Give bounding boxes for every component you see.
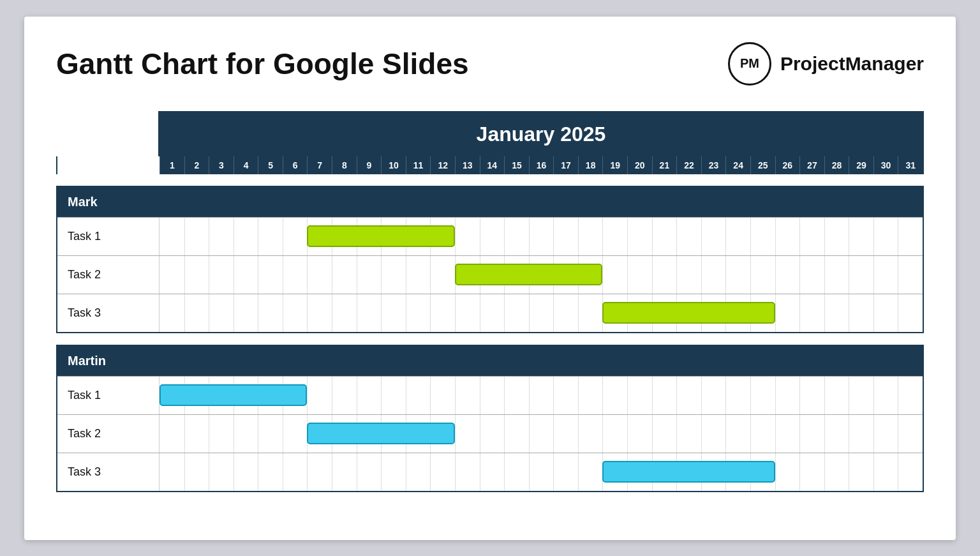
grid-cell [725,218,750,255]
grid-cell [799,294,824,332]
grid-cell [234,256,258,294]
task-bar-area-3 [160,453,923,491]
grid-cell [775,294,800,332]
person-header-spacer [160,187,923,217]
grid-cell [676,377,701,414]
grid-cell [849,218,873,255]
grid-cell [258,218,283,255]
task-bar-2 [307,423,454,444]
grid-cell [283,218,308,255]
logo-initials: PM [740,56,759,71]
grid-cell [234,294,258,332]
grid-cell [824,294,849,332]
day-cell-14: 14 [480,156,505,174]
grid-cell [209,218,234,255]
grid-cell [504,218,529,255]
month-header: January 2025 [160,112,923,156]
grid-cell [725,415,750,453]
grid-cell [283,415,308,453]
grid-cell [529,218,554,255]
grid-cell [430,453,455,491]
grid-cell [283,256,308,294]
grid-cell [480,218,505,255]
task-label-3: Task 3 [57,453,160,491]
grid-cell [775,453,800,491]
day-cell-17: 17 [553,156,578,174]
grid-cell [701,256,726,294]
grid-cell [381,294,406,332]
grid-cell [504,453,529,491]
grid-cell [750,377,775,414]
grid-cell [799,256,824,294]
grid-cell [750,415,775,453]
grid-cell [307,294,332,332]
grid-cell [209,256,234,294]
grid-cell [578,377,603,414]
grid-cell [824,453,849,491]
grid-cell [627,377,652,414]
day-cell-15: 15 [504,156,529,174]
day-cell-5: 5 [258,156,283,174]
grid-cell [553,294,578,332]
person-name-mark: Mark [57,187,160,217]
grid-cell [160,415,184,453]
grid-cell [480,377,505,414]
day-cell-21: 21 [652,156,677,174]
grid-cell [873,294,898,332]
grid-cell [824,415,849,453]
grid-cell [504,377,529,414]
day-cell-4: 4 [234,156,258,174]
grid-cell [504,294,529,332]
task-label-2: Task 2 [57,256,160,294]
grid-cell [775,218,800,255]
grid-cell [357,256,382,294]
task-label-1: Task 1 [57,377,160,414]
day-cell-10: 10 [381,156,406,174]
grid-cell [873,377,898,414]
grid-cell [455,377,480,414]
day-cell-31: 31 [898,156,923,174]
grid-cell [430,256,455,294]
grid-cell [455,415,480,453]
grid-cell [184,256,209,294]
day-cell-25: 25 [750,156,775,174]
grid-cell [898,294,923,332]
grid-cell [307,453,332,491]
grid-cell [406,294,431,332]
task-bar-3 [602,302,775,324]
grid-cell [480,294,505,332]
person-name-martin: Martin [57,346,160,376]
day-cell-8: 8 [332,156,357,174]
task-row: Task 1 [57,376,923,414]
person-header-spacer [160,346,923,376]
day-cell-26: 26 [775,156,800,174]
grid-cell [357,294,382,332]
grid-cell [332,377,357,414]
days-label-empty [57,156,160,174]
grid-cell [553,377,578,414]
task-bar-3 [602,461,775,483]
grid-cell [332,294,357,332]
grid-cell [898,218,923,255]
grid-cell [849,256,873,294]
grid-cell [283,453,308,491]
grid-cell [750,218,775,255]
slide: Gantt Chart for Google Slides PM Project… [24,17,956,540]
grid-cell [209,415,234,453]
grid-cell [553,453,578,491]
day-cell-13: 13 [455,156,480,174]
day-cell-22: 22 [676,156,701,174]
person-group-martin: MartinTask 1Task 2Task 3 [56,345,924,492]
day-cell-12: 12 [430,156,455,174]
task-bar-area-1 [160,377,923,414]
grid-cell [849,294,873,332]
grid-cell [455,294,480,332]
task-bar-1 [307,225,454,247]
grid-cell [529,377,554,414]
grid-cell [873,256,898,294]
grid-cell [406,377,431,414]
grid-cell [799,218,824,255]
grid-cell [184,294,209,332]
grid-cell [578,218,603,255]
grid-cell [455,218,480,255]
